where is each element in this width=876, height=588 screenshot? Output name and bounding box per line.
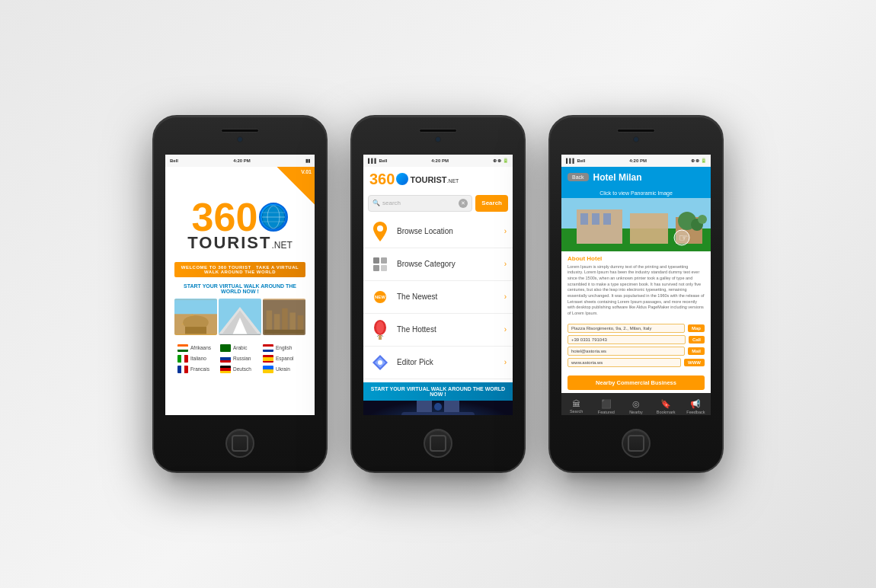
search-bar: 🔍 search ✕ Search [363, 191, 513, 216]
front-camera [237, 136, 243, 142]
map-button[interactable]: Map [688, 324, 705, 332]
svg-rect-23 [381, 257, 387, 264]
www-button[interactable]: WWW [684, 359, 705, 366]
phone-2: ▌▌▌ Bell 4:20 PM ⊕ ⊛ 🔋 360 TOURIST.NET 🔍… [350, 115, 526, 473]
clear-button[interactable]: ✕ [459, 199, 468, 208]
nav-featured-3[interactable]: ⬛ Featured [591, 399, 621, 414]
svg-point-21 [377, 225, 383, 232]
speaker [221, 129, 259, 133]
hotel-image: ☞ [561, 198, 711, 251]
version-label: V.01 [301, 169, 312, 174]
net-small: .NET [446, 178, 459, 184]
landmark-ruins [263, 299, 305, 335]
svg-line-30 [382, 335, 383, 337]
category-icon [369, 254, 391, 275]
phone-3-top [550, 117, 722, 155]
nearby-nav-label-3: Nearby [629, 410, 643, 414]
nav-nearby-3[interactable]: ◎ Nearby [621, 399, 651, 414]
lang-label: English [276, 345, 292, 350]
svg-rect-6 [174, 299, 217, 314]
lang-italiano: Italiano [177, 355, 217, 363]
home-button-1[interactable] [225, 429, 254, 458]
contact-address: Piazza Risorgimento, 9a, 2., Milan, Ital… [567, 324, 685, 333]
nav-search-3[interactable]: 🏛 Search [561, 399, 591, 414]
lang-russian: Russian [220, 355, 260, 363]
editor-icon [369, 352, 391, 373]
app-logo: 360 TOURIST .NET [187, 197, 293, 253]
battery-icon: ▮▮ [305, 158, 310, 163]
call-button[interactable]: Call [689, 336, 705, 344]
nav-bookmark-3[interactable]: 🔖 Bookmark [651, 399, 681, 414]
tourist-label: TOURIST [187, 233, 271, 253]
phone-2-bottom [352, 415, 524, 471]
search-button[interactable]: Search [475, 195, 508, 212]
svg-rect-25 [381, 265, 387, 271]
app-header-2: 360 TOURIST.NET [363, 167, 513, 191]
status-icons-1: ▮▮ [305, 158, 310, 163]
phone-2-top [352, 117, 524, 155]
mail-button[interactable]: Mail [688, 347, 705, 355]
browse-location-label: Browse Location [397, 227, 498, 235]
arrow-icon-5: › [504, 358, 507, 366]
svg-rect-46 [630, 213, 668, 244]
menu-banner: START YOUR VIRTUAL WALK AROUND THE WORLD… [363, 382, 513, 401]
flag-grid: Afrikaans Arabic English Italiano Russia… [174, 344, 305, 373]
svg-rect-44 [592, 213, 599, 225]
lang-label: Deutsch [233, 366, 251, 372]
lang-label: Arabic [233, 345, 247, 350]
about-text: Lorem Ipsum is simply dummy text of the … [567, 264, 705, 317]
time-2: 4:20 PM [431, 158, 449, 163]
menu-item-browse-category[interactable]: Browse Category › [363, 248, 513, 281]
lang-ukrain: Ukrain [263, 366, 302, 373]
phone-3: ▌▌▌ Bell 4:20 PM ⊕ ⊛ 🔋 Back Hotel Milan … [548, 115, 724, 473]
search-input-container[interactable]: 🔍 search ✕ [368, 195, 472, 212]
logo-360-small: 360 [369, 171, 395, 187]
logo-tourist: TOURIST .NET [187, 233, 293, 253]
svg-rect-45 [603, 213, 611, 225]
search-nav-icon-3: 🏛 [572, 399, 580, 408]
lang-label: Afrikaans [190, 345, 211, 350]
newest-label: The Newest [397, 292, 498, 301]
menu-item-browse-location[interactable]: Browse Location › [363, 216, 513, 248]
svg-rect-36 [401, 412, 475, 415]
svg-rect-43 [580, 213, 588, 225]
bottom-nav-3: 🏛 Search ⬛ Featured ◎ Nearby 🔖 Bookmark … [561, 393, 711, 415]
feedback-nav-icon-3: 📢 [690, 399, 701, 409]
home-button-2[interactable] [424, 429, 452, 458]
search-icon: 🔍 [372, 200, 380, 206]
front-camera-3 [633, 136, 639, 142]
back-button[interactable]: Back [567, 173, 589, 181]
home-button-3[interactable] [622, 429, 651, 458]
lang-arabic: Arabic [220, 344, 260, 352]
home-button-inner-2 [430, 435, 446, 452]
phone-1: Bell 4:20 PM ▮▮ V.01 360 [152, 115, 328, 473]
svg-point-27 [376, 321, 384, 334]
menu-item-newest[interactable]: NEW The Newest › [363, 281, 513, 314]
lang-francais: Francais [177, 366, 217, 373]
status-icons-2: ⊕ ⊛ 🔋 [493, 158, 508, 163]
contact-phone: +39 0331 791043 [567, 335, 686, 344]
balloon-icon [369, 319, 391, 340]
menu-item-editor[interactable]: Editor Pick › [363, 347, 513, 379]
landmark-row [174, 299, 305, 335]
carrier-2: ▌▌▌ Bell [368, 158, 387, 163]
svg-rect-9 [185, 327, 206, 334]
search-nav-label-3: Search [570, 409, 583, 414]
hottest-label: The Hottest [397, 325, 498, 334]
lang-afrikaans: Afrikaans [177, 344, 217, 352]
nav-feedback-3[interactable]: 📢 Feedback [681, 399, 711, 414]
contact-phone-row: +39 0331 791043 Call [567, 335, 705, 344]
carrier-1: Bell [170, 158, 178, 163]
svg-point-37 [434, 403, 442, 411]
svg-rect-20 [264, 329, 304, 334]
nearby-button[interactable]: Nearby Commercial Business [567, 375, 705, 390]
menu-item-hottest[interactable]: The Hottest › [363, 314, 513, 347]
promo-image [363, 401, 513, 415]
screen-3: ▌▌▌ Bell 4:20 PM ⊕ ⊛ 🔋 Back Hotel Milan … [561, 155, 711, 415]
logo-globe [259, 203, 288, 232]
lang-deutsch: Deutsch [220, 366, 260, 373]
panorama-banner[interactable]: Click to view Panoramic Image [561, 188, 711, 198]
lang-english: English [263, 344, 302, 352]
lang-label: Russian [233, 356, 251, 361]
browse-category-label: Browse Category [397, 260, 498, 268]
